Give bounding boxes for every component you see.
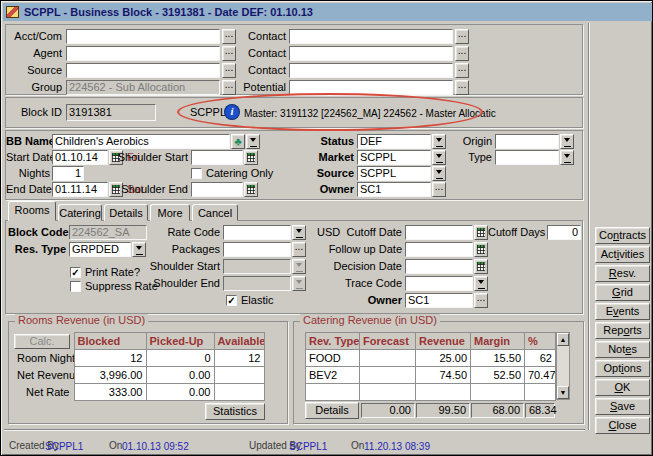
potential-lookup-button[interactable]: ... [455,80,469,95]
source-field[interactable] [66,63,220,78]
contracts-button[interactable]: Contracts [595,227,650,244]
source-field-header[interactable]: SCPPL [357,166,431,181]
tab-rooms[interactable]: Rooms [8,201,56,221]
contact3-lookup-button[interactable]: ... [455,63,469,78]
agent-field[interactable] [66,46,220,61]
pct-cell [525,384,556,401]
shoulder-start-calendar-button[interactable] [244,150,258,165]
decision-date-field[interactable] [405,259,473,274]
cutoff-date-field[interactable] [405,225,473,240]
elastic-checkbox[interactable]: ✓ [226,295,237,306]
type-lov-button[interactable] [560,150,574,165]
rev-type-cell: FOOD [306,350,360,367]
print-rate-checkbox[interactable]: ✓ [70,267,81,278]
total-forecast: 0.00 [361,403,415,418]
block-id-label: Block ID [14,105,62,120]
reports-button[interactable]: Reports [595,322,650,339]
shoulder-start-field[interactable] [191,150,243,165]
end-date-field[interactable]: 01.11.14 [52,182,108,197]
shoulder-end-calendar-button[interactable] [244,182,258,197]
packages-lookup-button[interactable]: ... [292,242,306,257]
tab-catering[interactable]: Catering [58,204,102,221]
origin-lov-button[interactable] [560,134,574,149]
row-label-room-nights: Room Nights [14,350,74,367]
rate-code-lov-button[interactable] [292,225,306,240]
activities-button[interactable]: Activities [595,246,650,263]
packages-field[interactable] [223,242,291,257]
cutoff-days-field[interactable]: 0 [547,225,581,240]
translate-name-button[interactable]: ♣ [231,134,245,149]
res-type-field[interactable]: GRPDED [69,242,131,257]
elastic-label: Elastic [241,293,273,308]
notes-button[interactable]: Notes [595,341,650,358]
scroll-down-button[interactable]: ▼ [557,386,569,399]
res-type-lov-button[interactable] [132,242,146,257]
row-label-net-revenue: Net Revenue [14,367,74,384]
rate-code-field[interactable] [223,225,291,240]
shoulder-start-rate-label: Shoulder Start [146,259,220,274]
scroll-up-button[interactable]: ▲ [557,333,569,346]
followup-date-calendar-button[interactable] [474,242,488,257]
bb-name-label: BB Name [6,134,50,149]
title-bar[interactable]: SCPPL - Business Block - 3191381 - Date … [3,3,652,21]
tab-cancel[interactable]: Cancel [192,204,238,221]
type-field[interactable] [495,150,559,165]
table-row[interactable]: FOOD 25.00 15.50 62 [306,350,556,367]
bb-name-field[interactable]: Children's Aerobics [52,134,230,149]
events-button[interactable]: Events [595,303,650,320]
start-date-field[interactable]: 01.10.14 [52,150,108,165]
contact3-field[interactable] [289,63,453,78]
bb-name-lov-button[interactable] [246,134,260,149]
ellipsis-icon: ... [225,29,233,39]
side-panel-separator [588,23,590,430]
pct-cell: 62 [525,350,556,367]
owner-lookup-button-rooms[interactable]: ... [474,293,488,308]
potential-field[interactable] [289,80,453,95]
packages-label: Packages [156,242,220,257]
check-icon: ✓ [71,267,79,278]
followup-date-field[interactable] [405,242,473,257]
suppress-rate-checkbox[interactable] [70,281,81,292]
owner-field-rooms[interactable]: SC1 [405,293,473,308]
source-lov-button[interactable] [432,166,446,181]
check-icon: ✓ [227,295,235,306]
property-code-label: SCPPL. [190,105,229,120]
cutoff-date-calendar-button[interactable] [474,225,488,240]
contact2-lookup-button[interactable]: ... [455,46,469,61]
owner-label-header: Owner [302,182,354,197]
nights-field[interactable]: 1 [52,166,84,181]
created-on-value: 01.10.13 09:52 [122,439,189,454]
market-field[interactable]: SCPPL [357,150,431,165]
tab-more[interactable]: More [150,204,190,221]
table-row[interactable] [306,384,556,401]
tab-details[interactable]: Details [104,204,148,221]
save-button[interactable]: Save [595,398,650,415]
statistics-button[interactable]: Statistics [205,403,265,420]
options-button[interactable]: Options [595,360,650,377]
origin-field[interactable] [495,134,559,149]
grid-button[interactable]: Grid [595,284,650,301]
ok-button[interactable]: OK [595,379,650,396]
rooms-revenue-title: Rooms Revenue (in USD) [15,314,148,326]
owner-lookup-button-header[interactable]: ... [432,182,446,197]
column-header-revenue: Revenue [416,333,471,350]
catering-only-checkbox[interactable] [191,168,202,179]
trace-code-field[interactable] [405,276,473,291]
contact2-field[interactable] [289,46,453,61]
block-id-panel: Block ID 3191381 SCPPL. i Master: 319113… [5,97,583,128]
details-button[interactable]: Details [305,402,359,419]
contact1-lookup-button[interactable]: ... [455,29,469,44]
shoulder-end-field[interactable] [191,182,243,197]
resv-button[interactable]: Resv. [595,265,650,282]
rooms-revenue-group: Rooms Revenue (in USD) Calc. Blocked Pic… [8,321,288,424]
master-info-icon[interactable]: i [225,105,239,119]
acct-com-field[interactable] [66,29,220,44]
table-row[interactable]: BEV2 74.50 52.50 70.47 [306,367,556,384]
decision-date-calendar-button[interactable] [474,259,488,274]
group-field[interactable]: 224562 - Sub Allocation [66,80,220,95]
contact1-field[interactable] [289,29,453,44]
status-field[interactable]: DEF [357,134,431,149]
catering-table-scrollbar[interactable]: ▲ ▼ [556,332,570,400]
trace-code-lov-button[interactable] [474,276,488,291]
owner-field-header[interactable]: SC1 [357,182,431,197]
